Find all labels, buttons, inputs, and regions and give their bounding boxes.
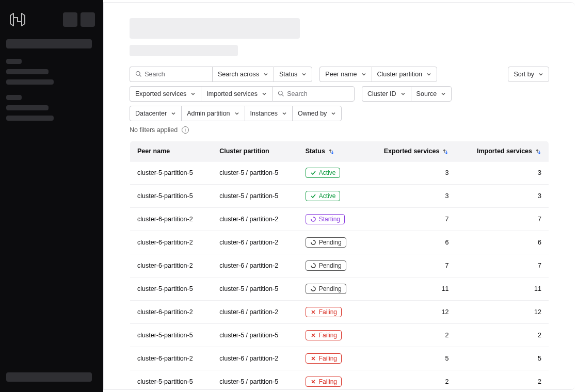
sidebar-nav-item[interactable] <box>6 79 54 85</box>
peer-name-dropdown[interactable]: Peer name <box>319 67 371 82</box>
chevron-down-icon <box>400 91 406 96</box>
pending-icon <box>310 286 316 292</box>
dropdown-label: Cluster partition <box>377 71 423 78</box>
dropdown-label: Peer name <box>325 71 357 78</box>
owned-by-dropdown[interactable]: Owned by <box>292 106 342 121</box>
cell-exported: 12 <box>363 301 456 324</box>
search-across-dropdown[interactable]: Search across <box>212 67 274 82</box>
cell-exported: 6 <box>363 231 456 254</box>
table-row[interactable]: cluster-5-partition-5cluster-5 / partiti… <box>130 277 549 301</box>
svg-point-1 <box>279 91 283 95</box>
table-row[interactable]: cluster-6-partition-2cluster-6 / partiti… <box>130 347 549 370</box>
cell-peer-name: cluster-5-partition-5 <box>130 185 213 208</box>
cell-peer-name: cluster-5-partition-5 <box>130 324 213 347</box>
cell-status: Failing <box>298 347 363 370</box>
datacenter-dropdown[interactable]: Datacenter <box>130 106 181 121</box>
col-status[interactable]: Status <box>298 141 363 161</box>
table-row[interactable]: cluster-5-partition-5cluster-5 / partiti… <box>130 185 549 208</box>
col-exported-services[interactable]: Exported services <box>363 141 456 161</box>
search-icon <box>278 90 284 97</box>
chevron-down-icon <box>426 72 431 77</box>
source-dropdown[interactable]: Source <box>411 86 452 102</box>
cell-exported: 11 <box>363 277 456 301</box>
cell-imported: 3 <box>456 185 549 208</box>
status-badge: Starting <box>306 214 345 224</box>
search-input-2-wrapper[interactable] <box>272 86 355 102</box>
sort-by-dropdown[interactable]: Sort by <box>508 67 549 82</box>
chevron-down-icon <box>282 111 287 116</box>
cell-status: Failing <box>298 301 363 324</box>
cell-peer-name: cluster-5-partition-5 <box>130 370 213 390</box>
no-filters-applied: No filters applied i <box>130 126 549 134</box>
cell-exported: 3 <box>363 161 456 185</box>
cell-status: Pending <box>298 254 363 277</box>
exported-services-dropdown[interactable]: Exported services <box>130 86 201 102</box>
dropdown-label: Owned by <box>298 110 327 117</box>
col-cluster-partition[interactable]: Cluster partition <box>212 141 298 161</box>
chevron-down-icon <box>361 72 366 77</box>
imported-services-dropdown[interactable]: Imported services <box>201 86 272 102</box>
cell-cluster-partition: cluster-6 / partition-2 <box>212 208 298 231</box>
search-icon <box>135 71 141 78</box>
col-imported-services[interactable]: Imported services <box>456 141 549 161</box>
cell-cluster-partition: cluster-5 / partition-5 <box>212 185 298 208</box>
table-row[interactable]: cluster-6-partition-2cluster-6 / partiti… <box>130 254 549 277</box>
filter-row-2: Exported services Imported services Clus… <box>130 86 549 102</box>
cell-cluster-partition: cluster-5 / partition-5 <box>212 324 298 347</box>
sidebar-header-btn-1[interactable] <box>63 12 77 27</box>
dropdown-label: Admin partition <box>187 110 230 117</box>
cell-status: Starting <box>298 208 363 231</box>
instances-dropdown[interactable]: Instances <box>245 106 293 121</box>
sidebar-nav-heading <box>6 95 22 100</box>
search-input-wrapper[interactable] <box>130 67 212 82</box>
cell-exported: 2 <box>363 370 456 390</box>
status-badge: Failing <box>306 377 342 387</box>
table-row[interactable]: cluster-5-partition-5cluster-5 / partiti… <box>130 161 549 185</box>
chevron-down-icon <box>234 111 239 116</box>
status-dropdown[interactable]: Status <box>274 67 312 82</box>
cell-status: Active <box>298 161 363 185</box>
sidebar-nav-item[interactable] <box>6 116 54 121</box>
admin-partition-dropdown[interactable]: Admin partition <box>181 106 244 121</box>
table-row[interactable]: cluster-5-partition-5cluster-5 / partiti… <box>130 324 549 347</box>
cluster-id-dropdown[interactable]: Cluster ID <box>362 86 411 102</box>
failing-icon <box>310 332 316 338</box>
cell-exported: 2 <box>363 324 456 347</box>
sort-icon <box>442 149 448 155</box>
table-row[interactable]: cluster-6-partition-2cluster-6 / partiti… <box>130 301 549 324</box>
dropdown-label: Search across <box>218 71 259 78</box>
status-badge: Failing <box>306 330 342 340</box>
dropdown-label: Sort by <box>514 71 534 78</box>
table-row[interactable]: cluster-6-partition-2cluster-6 / partiti… <box>130 208 549 231</box>
sort-icon <box>328 149 334 155</box>
active-icon <box>310 170 316 176</box>
cell-imported: 11 <box>456 277 549 301</box>
search-input-2[interactable] <box>287 90 349 97</box>
dropdown-label: Cluster ID <box>367 90 396 97</box>
status-badge: Pending <box>306 284 346 294</box>
cluster-partition-dropdown[interactable]: Cluster partition <box>372 67 438 82</box>
active-icon <box>310 193 316 199</box>
sidebar-nav-item[interactable] <box>6 105 49 110</box>
sidebar-nav-group-2 <box>6 95 97 121</box>
chevron-down-icon <box>171 111 176 116</box>
sidebar-header-btn-2[interactable] <box>81 12 95 27</box>
sidebar-nav-item[interactable] <box>6 69 49 74</box>
page-subtitle-skeleton <box>130 45 238 56</box>
cell-status: Pending <box>298 231 363 254</box>
col-peer-name[interactable]: Peer name <box>130 141 213 161</box>
info-icon[interactable]: i <box>182 126 189 134</box>
table-row[interactable]: cluster-5-partition-5cluster-5 / partiti… <box>130 370 549 390</box>
cell-exported: 3 <box>363 185 456 208</box>
cell-imported: 2 <box>456 370 549 390</box>
table-row[interactable]: cluster-6-partition-2cluster-6 / partiti… <box>130 231 549 254</box>
cell-imported: 2 <box>456 324 549 347</box>
search-input[interactable] <box>145 71 207 78</box>
main-content: Search across Status Peer name Cluster p… <box>103 2 575 390</box>
sidebar-nav-heading <box>6 59 22 64</box>
failing-icon <box>310 379 316 385</box>
sidebar-selector[interactable] <box>6 39 92 48</box>
sidebar-footer-item[interactable] <box>6 372 92 382</box>
cell-imported: 12 <box>456 301 549 324</box>
sort-icon <box>535 149 541 155</box>
